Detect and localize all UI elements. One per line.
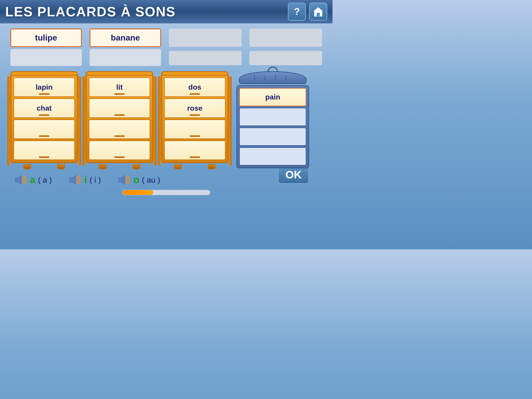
chest-o-side-left <box>158 76 161 165</box>
chest-a-foot-left <box>23 164 31 169</box>
top-card-group-1: tulipe <box>10 29 82 66</box>
chest-o-feet <box>161 164 229 169</box>
drawer-i-2[interactable] <box>89 98 150 118</box>
trash-drawer-1[interactable]: pain <box>239 88 306 106</box>
empty-card-4 <box>249 29 322 47</box>
chest-o-body: dos rose <box>161 71 229 163</box>
top-card-group-4 <box>249 29 322 65</box>
drawer-i-1-text: lit <box>116 83 123 91</box>
word-card-banane[interactable]: banane <box>90 29 161 47</box>
chest-i-foot-left <box>99 164 107 169</box>
drawer-o-4-handle <box>190 156 200 158</box>
chest-a-foot-right <box>57 164 65 169</box>
chest-a-side-left <box>7 76 10 165</box>
progress-bar-background <box>122 190 210 195</box>
drawer-a-4[interactable] <box>14 141 75 160</box>
drawer-a-3[interactable] <box>14 119 75 139</box>
sound-label-a: ( a ) <box>38 176 52 184</box>
drawer-i-1-handle <box>114 93 125 95</box>
drawer-a-1[interactable]: lapin <box>14 77 75 97</box>
drawer-i-1[interactable]: lit <box>89 77 150 97</box>
chest-o-top-bar <box>162 72 228 76</box>
page-title: LES PLACARDS À SONS <box>5 4 176 19</box>
chest-a-side-right <box>78 76 81 165</box>
trash-drawer-3[interactable] <box>239 128 306 146</box>
sound-letter-i: i <box>84 174 87 185</box>
top-cards-area: tulipe banane <box>10 29 322 66</box>
drawer-a-2[interactable]: chat <box>14 98 75 118</box>
sound-label-i: ( i ) <box>90 176 101 184</box>
sound-group-i: i ( i ) <box>67 174 101 186</box>
chest-i-body: lit <box>86 71 153 163</box>
trash-lid-handle <box>268 66 278 72</box>
header: LES PLACARDS À SONS ? <box>0 0 332 23</box>
empty-card-small-3 <box>169 51 242 65</box>
svg-marker-2 <box>314 7 323 11</box>
home-button[interactable] <box>309 3 327 21</box>
svg-rect-12 <box>118 178 122 182</box>
progress-area <box>10 190 322 195</box>
drawer-a-2-handle <box>39 114 49 116</box>
trash-body: pain <box>236 85 309 168</box>
trash-drawer-2[interactable] <box>239 108 306 126</box>
word-card-tulipe[interactable]: tulipe <box>10 29 82 47</box>
drawer-i-2-handle <box>114 114 125 116</box>
trash-drawer-1-text: pain <box>265 93 280 101</box>
empty-card-small-4 <box>249 51 322 65</box>
chest-i-foot-right <box>132 164 140 169</box>
sound-group-o: o ( au ) <box>116 174 160 186</box>
drawer-o-1-handle <box>190 93 200 95</box>
drawer-a-4-handle <box>39 156 49 158</box>
chest-a: lapin chat <box>10 71 78 169</box>
word-card-empty-1 <box>10 49 82 66</box>
drawer-i-4-handle <box>114 156 125 158</box>
drawer-i-3-handle <box>114 135 125 137</box>
chest-o-foot-right <box>208 164 216 169</box>
svg-rect-1 <box>317 13 320 16</box>
drawer-i-4[interactable] <box>89 141 150 160</box>
chest-a-body: lapin chat <box>10 71 78 163</box>
word-card-empty-2 <box>90 49 161 66</box>
sound-label-o: ( au ) <box>142 176 160 184</box>
drawer-o-3[interactable] <box>164 119 225 139</box>
drawer-o-1[interactable]: dos <box>164 77 225 97</box>
main-content: tulipe banane lapin <box>0 23 332 198</box>
chests-area: lapin chat <box>10 71 322 169</box>
drawer-o-2[interactable]: rose <box>164 98 225 118</box>
empty-card-3 <box>169 29 242 47</box>
svg-rect-10 <box>69 178 72 182</box>
drawer-o-3-handle <box>190 135 200 137</box>
trash-lid-ribs <box>244 74 301 82</box>
speaker-o-icon[interactable] <box>116 174 131 186</box>
chest-i-top-bar <box>87 72 152 76</box>
speaker-i-icon[interactable] <box>67 174 82 186</box>
drawer-a-3-handle <box>39 135 49 137</box>
svg-rect-8 <box>15 178 18 182</box>
chest-o: dos rose <box>161 71 229 169</box>
drawer-i-3[interactable] <box>89 119 150 139</box>
ok-button[interactable]: OK <box>278 166 309 184</box>
chest-a-feet <box>10 164 78 169</box>
sound-letter-o: o <box>133 174 139 185</box>
trash-can: pain <box>236 71 309 168</box>
drawer-a-2-text: chat <box>37 104 52 112</box>
chest-i-side-left <box>83 76 86 165</box>
speaker-a-icon[interactable] <box>13 174 27 186</box>
drawer-a-1-text: lapin <box>36 83 52 91</box>
chest-i-side-right <box>153 76 156 165</box>
drawer-o-2-handle <box>190 114 200 116</box>
drawer-a-1-handle <box>39 93 49 95</box>
chest-a-top-bar <box>11 72 77 76</box>
chest-o-foot-left <box>174 164 182 169</box>
drawer-o-4[interactable] <box>164 141 225 160</box>
top-card-group-3 <box>169 29 242 65</box>
drawer-o-2-text: rose <box>187 104 202 112</box>
drawer-o-1-text: dos <box>188 83 201 91</box>
trash-drawer-4[interactable] <box>239 147 306 165</box>
trash-lid <box>239 71 307 84</box>
sound-letter-a: a <box>30 174 35 185</box>
progress-bar-fill <box>123 190 153 195</box>
chest-i: lit <box>86 71 153 169</box>
home-icon <box>313 6 323 17</box>
help-button[interactable]: ? <box>288 3 306 21</box>
